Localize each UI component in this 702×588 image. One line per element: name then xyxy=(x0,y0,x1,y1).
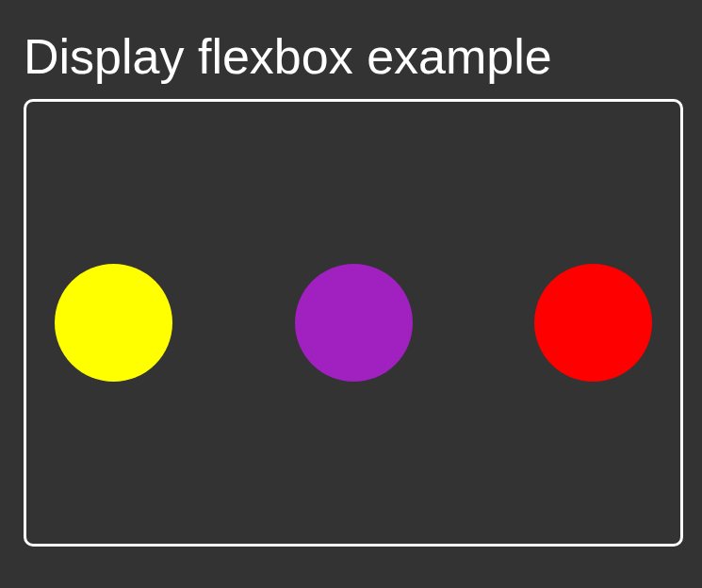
circle-purple xyxy=(295,264,413,382)
circle-red xyxy=(534,264,652,382)
circle-yellow xyxy=(55,264,172,382)
flexbox-container xyxy=(24,99,683,547)
page-title: Display flexbox example xyxy=(24,28,683,85)
